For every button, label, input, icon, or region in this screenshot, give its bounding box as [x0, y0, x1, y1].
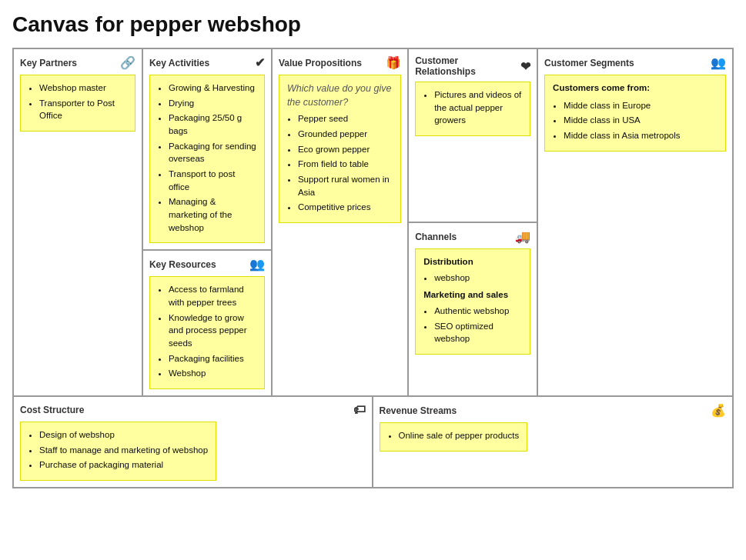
- customer-relationships-wrapper: Customer Relationships ❤ Pictures and vi…: [409, 49, 538, 395]
- revenue-streams-label: Revenue Streams: [380, 405, 457, 416]
- list-item: From field to table: [298, 158, 393, 171]
- channels-icon: 🚚: [515, 229, 530, 244]
- cost-structure-label: Cost Structure: [20, 405, 84, 415]
- customer-relationships-cell: Customer Relationships ❤ Pictures and vi…: [409, 49, 537, 223]
- value-prop-question: Which value do you give the customer?: [287, 82, 393, 109]
- list-item: Online sale of pepper products: [399, 429, 520, 442]
- customer-segments-label: Customer Segments: [544, 58, 634, 68]
- revenue-streams-header: Revenue Streams 💰: [380, 403, 727, 418]
- revenue-streams-cell: Revenue Streams 💰 Online sale of pepper …: [373, 397, 733, 487]
- list-item: Packaging 25/50 g bags: [169, 112, 256, 137]
- key-partners-icon: 🔗: [120, 55, 135, 70]
- list-item: Pictures and videos of the actual pepper…: [434, 88, 522, 127]
- list-item: Authentic webshop: [434, 305, 522, 318]
- list-item: Support rural women in Asia: [298, 173, 393, 198]
- canvas-bottom-row: Cost Structure 🏷 Design of webshop Staff…: [14, 397, 732, 487]
- key-activities-header: Key Activities ✔: [149, 55, 265, 70]
- revenue-streams-note: Online sale of pepper products: [380, 422, 528, 452]
- revenue-streams-icon: 💰: [711, 403, 726, 418]
- list-item: webshop: [434, 272, 522, 285]
- key-partners-list: Webshop master Transporter to Post Offic…: [28, 82, 127, 122]
- channels-note: Distribution webshop Marketing and sales…: [415, 248, 530, 355]
- customer-segments-header: Customer Segments 👥: [544, 55, 726, 70]
- key-resources-note: Access to farmland with pepper trees Kno…: [149, 276, 265, 389]
- key-resources-list: Access to farmland with pepper trees Kno…: [158, 283, 256, 380]
- list-item: Pepper seed: [298, 112, 393, 125]
- cost-structure-list: Design of webshop Staff to manage and ma…: [28, 428, 208, 472]
- key-partners-label: Key Partners: [20, 58, 77, 68]
- customer-relationships-icon: ❤: [520, 59, 530, 74]
- list-item: Growing & Harvesting: [169, 82, 256, 95]
- key-activities-icon: ✔: [255, 55, 265, 70]
- list-item: Access to farmland with pepper trees: [169, 283, 256, 308]
- key-activities-label: Key Activities: [149, 58, 209, 68]
- key-activities-note: Growing & Harvesting Drying Packaging 25…: [149, 75, 265, 243]
- customer-segments-intro: Customers come from:: [553, 82, 718, 95]
- list-item: Webshop master: [39, 82, 127, 95]
- channels-label: Channels: [415, 232, 457, 242]
- value-propositions-label: Value Propositions: [279, 58, 362, 68]
- value-propositions-list: Pepper seed Grounded pepper Eco grown pe…: [287, 112, 393, 214]
- list-item: Grounded pepper: [298, 128, 393, 141]
- key-resources-icon: 👥: [249, 257, 265, 272]
- list-item: Transport to post office: [169, 168, 256, 193]
- list-item: Webshop: [169, 367, 256, 380]
- key-activities-cell: Key Activities ✔ Growing & Harvesting Dr…: [143, 49, 271, 251]
- list-item: Midde class in USA: [564, 114, 718, 127]
- canvas-top-row: Key Partners 🔗 Webshop master Transporte…: [14, 49, 732, 397]
- customer-relationships-label: Customer Relationships: [415, 55, 516, 77]
- revenue-streams-list: Online sale of pepper products: [388, 429, 520, 442]
- page-title: Canvas for pepper webshop: [12, 12, 734, 37]
- list-item: Knowledge to grow and process pepper see…: [169, 312, 256, 350]
- customer-segments-note: Customers come from: Midde class in Euro…: [544, 75, 726, 152]
- channels-marketing-label: Marketing and sales: [423, 288, 522, 302]
- key-resources-label: Key Resources: [149, 259, 216, 270]
- key-resources-cell: Key Resources 👥 Access to farmland with …: [143, 251, 271, 395]
- list-item: Managing & marketing of the webshop: [169, 195, 256, 234]
- customer-relationships-list: Pictures and videos of the actual pepper…: [423, 88, 522, 127]
- customer-segments-list: Midde class in Europe Midde class in USA…: [553, 99, 718, 142]
- key-activities-wrapper: Key Activities ✔ Growing & Harvesting Dr…: [143, 49, 273, 395]
- channels-cell: Channels 🚚 Distribution webshop Marketin…: [409, 223, 537, 395]
- customer-segments-icon: 👥: [711, 55, 726, 70]
- channels-header: Channels 🚚: [415, 229, 530, 244]
- cost-structure-icon: 🏷: [353, 403, 366, 417]
- value-propositions-icon: 🎁: [386, 55, 401, 70]
- channels-distribution-list: webshop: [423, 272, 522, 285]
- key-activities-list: Growing & Harvesting Drying Packaging 25…: [158, 82, 256, 234]
- list-item: Midde class in Europe: [564, 99, 718, 112]
- channels-distribution-label: Distribution: [423, 255, 522, 268]
- key-resources-header: Key Resources 👥: [149, 257, 265, 272]
- list-item: Design of webshop: [39, 428, 208, 442]
- key-partners-note: Webshop master Transporter to Post Offic…: [20, 75, 135, 132]
- list-item: Transporter to Post Office: [39, 97, 127, 122]
- list-item: Eco grown pepper: [298, 143, 393, 156]
- value-propositions-note: Which value do you give the customer? Pe…: [279, 75, 401, 223]
- cost-structure-header: Cost Structure 🏷: [20, 403, 366, 417]
- list-item: Drying: [169, 97, 256, 110]
- list-item: Purchase of packaging material: [39, 458, 208, 472]
- list-item: Packaging for sending overseas: [169, 140, 256, 165]
- canvas-board: Key Partners 🔗 Webshop master Transporte…: [12, 48, 734, 488]
- value-propositions-cell: Value Propositions 🎁 Which value do you …: [273, 49, 409, 395]
- key-partners-header: Key Partners 🔗: [20, 55, 135, 70]
- channels-marketing-list: Authentic webshop SEO optimized webshop: [423, 305, 522, 345]
- customer-relationships-note: Pictures and videos of the actual pepper…: [415, 82, 530, 136]
- cost-structure-note: Design of webshop Staff to manage and ma…: [20, 422, 216, 481]
- value-propositions-header: Value Propositions 🎁: [279, 55, 401, 70]
- list-item: Competitive prices: [298, 201, 393, 214]
- cost-structure-cell: Cost Structure 🏷 Design of webshop Staff…: [14, 397, 373, 487]
- list-item: Packaging facilities: [169, 352, 256, 365]
- list-item: SEO optimized webshop: [434, 320, 522, 345]
- customer-relationships-header: Customer Relationships ❤: [415, 55, 530, 77]
- list-item: Midde class in Asia metropols: [564, 129, 718, 142]
- list-item: Staff to manage and marketing of webshop: [39, 444, 208, 457]
- customer-segments-cell: Customer Segments 👥 Customers come from:…: [538, 49, 732, 395]
- key-partners-cell: Key Partners 🔗 Webshop master Transporte…: [14, 49, 143, 395]
